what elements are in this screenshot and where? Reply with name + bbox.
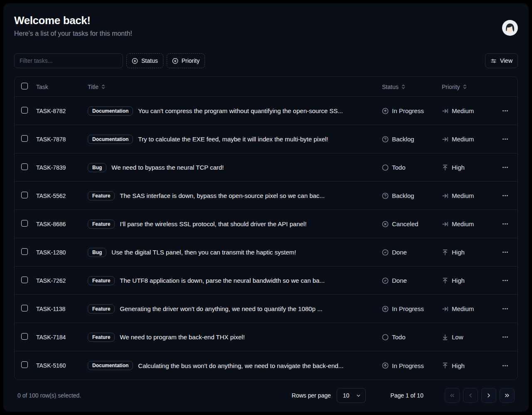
tasks-page: Welcome back! Here's a list of your task… xyxy=(3,3,529,412)
page-header: Welcome back! Here's a list of your task… xyxy=(14,14,518,37)
column-header-status-sort[interactable]: Status xyxy=(382,84,406,90)
task-id: TASK-7839 xyxy=(36,164,88,171)
circle-icon xyxy=(382,334,389,341)
ellipsis-icon xyxy=(502,362,509,369)
priority-label: High xyxy=(452,249,465,256)
task-priority-cell: High xyxy=(442,249,497,256)
page-info: Page 1 of 10 xyxy=(384,392,430,399)
column-header-title-sort[interactable]: Title xyxy=(88,84,106,90)
row-checkbox[interactable] xyxy=(21,361,28,368)
task-title-cell: Bug We need to bypass the neural TCP car… xyxy=(88,163,382,172)
task-label-badge: Feature xyxy=(88,304,115,314)
status-label: Todo xyxy=(392,164,406,171)
chevrons-up-down-icon xyxy=(401,84,406,89)
chevron-left-icon xyxy=(467,392,474,399)
task-title-cell: Feature I'll parse the wireless SSL prot… xyxy=(88,220,382,229)
table-row: TASK-8782 Documentation You can't compre… xyxy=(15,97,517,125)
status-label: Backlog xyxy=(392,192,414,199)
row-actions-button[interactable] xyxy=(499,331,511,343)
row-checkbox[interactable] xyxy=(21,163,28,170)
row-checkbox[interactable] xyxy=(21,333,28,340)
task-id: TASK-1280 xyxy=(36,249,88,256)
next-page-button[interactable] xyxy=(481,388,496,403)
row-checkbox[interactable] xyxy=(21,135,28,142)
arrow-up-to-line-icon xyxy=(442,277,448,284)
table-toolbar: Status Priority View xyxy=(14,53,518,68)
row-actions-button[interactable] xyxy=(499,105,511,117)
row-checkbox[interactable] xyxy=(21,220,28,227)
task-label-badge: Documentation xyxy=(88,361,133,370)
row-checkbox[interactable] xyxy=(21,277,28,283)
status-label: Todo xyxy=(392,333,406,341)
filter-tasks-input[interactable] xyxy=(14,53,123,68)
table-row: TASK-8686 Feature I'll parse the wireles… xyxy=(15,210,517,238)
task-id: TASK-5562 xyxy=(36,193,88,199)
tasks-table: Task Title Status Pr xyxy=(14,77,518,380)
priority-label: Low xyxy=(452,333,463,341)
row-actions-button[interactable] xyxy=(499,303,511,315)
task-label-badge: Bug xyxy=(88,163,106,172)
task-status-cell: In Progress xyxy=(382,362,442,369)
column-header-task: Task xyxy=(36,84,88,90)
task-title: You can't compress the program without q… xyxy=(138,107,343,114)
task-status-cell: Done xyxy=(382,277,442,284)
status-filter-button[interactable]: Status xyxy=(126,53,163,68)
rows-per-page-value: 10 xyxy=(343,392,350,399)
task-priority-cell: Medium xyxy=(442,305,497,312)
row-checkbox[interactable] xyxy=(21,305,28,311)
table-row: TASK-5160 Documentation Calculating the … xyxy=(15,351,517,380)
task-title-cell: Documentation Try to calculate the EXE f… xyxy=(88,135,382,144)
view-options-button[interactable]: View xyxy=(485,53,518,68)
table-body: TASK-8782 Documentation You can't compre… xyxy=(15,97,517,380)
arrow-right-to-line-icon xyxy=(442,108,448,114)
status-label: Done xyxy=(392,277,407,284)
task-title-cell: Bug Use the digital TLS panel, then you … xyxy=(88,248,382,257)
task-id: TASK-1138 xyxy=(36,306,88,312)
priority-label: High xyxy=(452,362,465,369)
row-checkbox[interactable] xyxy=(21,248,28,255)
priority-label: High xyxy=(452,277,465,284)
table-row: TASK-5562 Feature The SAS interface is d… xyxy=(15,182,517,210)
priority-filter-button[interactable]: Priority xyxy=(167,53,205,68)
status-label: Canceled xyxy=(392,220,418,227)
row-actions-button[interactable] xyxy=(499,133,511,145)
arrow-down-to-line-icon xyxy=(442,334,448,341)
priority-filter-label: Priority xyxy=(182,57,200,64)
task-title: Try to calculate the EXE feed, maybe it … xyxy=(138,136,328,143)
status-filter-label: Status xyxy=(141,57,158,64)
task-priority-cell: Medium xyxy=(442,220,497,227)
row-actions-button[interactable] xyxy=(499,190,511,202)
rows-per-page-select[interactable]: 10 xyxy=(337,388,366,403)
table-row: TASK-7262 Feature The UTF8 application i… xyxy=(15,267,517,295)
circle-arrow-up-icon xyxy=(382,362,389,369)
task-title: We need to program the back-end THX pixe… xyxy=(120,333,244,341)
status-label: In Progress xyxy=(392,107,424,114)
ellipsis-icon xyxy=(502,136,509,143)
row-checkbox[interactable] xyxy=(21,192,28,198)
table-row: TASK-7839 Bug We need to bypass the neur… xyxy=(15,153,517,182)
chevron-down-icon xyxy=(356,393,361,398)
row-actions-button[interactable] xyxy=(499,360,511,371)
task-id: TASK-8782 xyxy=(36,108,88,114)
row-actions-button[interactable] xyxy=(499,218,511,230)
task-status-cell: Canceled xyxy=(382,220,442,227)
first-page-button[interactable] xyxy=(445,388,460,403)
task-id: TASK-7262 xyxy=(36,277,88,284)
last-page-button[interactable] xyxy=(500,388,515,403)
select-all-checkbox[interactable] xyxy=(21,83,28,89)
table-row: TASK-1280 Bug Use the digital TLS panel,… xyxy=(15,238,517,267)
priority-label: Medium xyxy=(452,192,474,199)
task-priority-cell: High xyxy=(442,164,497,171)
row-actions-button[interactable] xyxy=(499,247,511,258)
task-title: Calculating the bus won't do anything, w… xyxy=(138,362,343,369)
task-label-badge: Documentation xyxy=(88,106,133,116)
row-actions-button[interactable] xyxy=(499,162,511,173)
task-title: Generating the driver won't do anything,… xyxy=(120,305,322,312)
task-title: The SAS interface is down, bypass the op… xyxy=(120,192,325,199)
row-actions-button[interactable] xyxy=(499,275,511,287)
user-avatar[interactable] xyxy=(502,20,518,36)
column-header-priority-sort[interactable]: Priority xyxy=(442,84,468,90)
row-checkbox[interactable] xyxy=(21,107,28,114)
previous-page-button[interactable] xyxy=(463,388,478,403)
pager xyxy=(445,388,515,403)
